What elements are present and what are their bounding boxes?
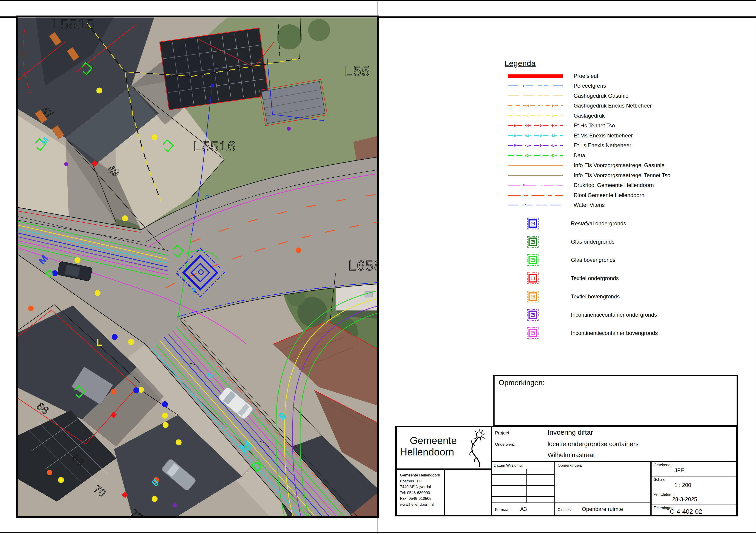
titleblock-divider [650,504,736,505]
print-date-value: 28-3-2025 [672,496,697,502]
titleblock-divider [554,461,555,515]
legend-title: Legenda [505,59,740,68]
page-top-border [0,0,756,1]
legend-symbol-item: Restafval ondergronds [505,215,740,233]
legend-line-item: 'D'DData [505,150,740,161]
orange-point-marker [111,389,116,394]
svg-text:D: D [552,153,555,157]
address-line: Gemeente Hellendoorn [400,472,440,478]
parcel-label: L5516 [194,138,236,154]
drawn-by-value: JFE [674,467,684,474]
legend-line-sample [508,73,563,79]
remarks-box: Opmerkingen: [494,375,738,426]
legend-symbol-item: Textiel bovengronds [505,288,740,306]
legend-line-sample: 9H9H [508,122,563,129]
container-symbol-icon [526,254,539,266]
svg-text:9: 9 [514,134,516,138]
legend-symbol-label: Restafval ondergronds [571,220,626,227]
remarks-cell-label: Opmerkingen: [558,463,582,468]
svg-text:P: P [523,84,526,88]
legend-symbol-item: Glas ondergronds [505,233,740,251]
titleblock-divider [650,476,736,476]
yellow-point-marker [96,88,102,93]
legend: Legenda ProefsleufP'Perceelgrens''Gashog… [505,59,740,342]
legend-line-sample: 'H'H [508,103,563,109]
titleblock-divider [444,470,445,515]
project-value: Invoering diftar [548,428,593,436]
project-label: Project: [495,430,511,436]
subject-value-line2: Wilhelminastraat [548,451,595,459]
container-symbol-icon [526,217,539,230]
container-symbol-icon [526,291,539,303]
organization-address: Gemeente HellendoornPostbus 2007440 AE N… [400,472,440,507]
legend-line-item: ''Gashogedruk Gasunie [505,91,740,101]
table-line [492,485,554,486]
yellow-point-marker [162,413,168,419]
table-line [492,474,554,475]
legend-line-label: Info Eis Voorzorgsmaatregel Tennet Tso [574,172,670,179]
container-symbol-icon [526,272,539,285]
legend-line-label: Gaslagedruk [574,113,605,119]
legend-line-label: Et Ms Enexis Netbeheer [574,132,633,139]
drawn-by-label: Getekend: [654,463,671,467]
yellow-point-marker [74,257,80,263]
svg-text:': ' [543,84,544,88]
purple-point-marker [173,503,177,507]
svg-text:H: H [526,123,529,127]
legend-line-sample: 9M9M [508,132,563,139]
svg-text:9: 9 [540,143,542,147]
svg-text:': ' [514,104,515,108]
tree [308,19,330,41]
legend-symbol-item: Textiel ondergronds [505,269,740,288]
yellow-point-marker [176,440,182,445]
svg-text:': ' [541,203,542,207]
page-bottom-border [0,532,756,533]
table-line [526,469,526,502]
legend-line-sample: 'L'L [508,113,563,119]
orange-point-marker [296,247,301,253]
legend-symbol-label: Glas ondergronds [571,239,614,245]
subject-value-line1: locatie ondergrondse containers [548,441,638,448]
titleblock-divider [554,502,650,503]
svg-text:M: M [552,134,555,138]
legend-line-sample: 'D'D [508,152,563,159]
legend-line-label: Riool Gemeente Hellendoorn [574,192,644,198]
svg-text:H: H [552,123,555,127]
legend-line-item: 9L9LEt Ls Enexis Netbeheer [505,140,740,151]
svg-text:L: L [526,114,528,117]
legend-symbol-label: Glas bovengronds [571,257,615,263]
svg-text:': ' [540,104,541,108]
svg-text:,: , [543,183,544,187]
table-line [492,480,554,480]
address-line: Postbus 200 [400,478,440,484]
legend-symbol-item: Incontinentiecontainer bovengronds [505,324,740,342]
table-line [492,496,554,497]
cluster-label: Cluster: [558,508,571,512]
svg-text:9: 9 [514,143,516,147]
utility-letter-label: L [96,338,102,347]
orange-point-marker [28,306,34,311]
legend-line-items: ProefsleufP'Perceelgrens''Gashogedruk Ga… [505,71,740,210]
title-block: Gemeente Hellendoorn Gemeente Hellendoor… [395,426,738,517]
organization-name: Gemeente Hellendoorn [400,435,467,458]
orange-point-marker [47,470,52,475]
utility-letter-label: ? [205,193,209,201]
yellow-point-marker [163,422,169,428]
legend-line-label: Data [574,152,585,159]
legend-line-item: ''Water Vitens [505,200,740,210]
water-marker [211,84,214,88]
address-line: Tel: 0548-630000 [400,490,440,496]
legend-line-item: P,Drukriool Gemeente Hellendoorn [505,180,740,191]
gecko-logo [465,428,489,467]
svg-text:': ' [540,114,541,117]
legend-line-label: Drukriool Gemeente Hellendoorn [574,182,654,188]
svg-text:9: 9 [540,123,542,127]
address-line: www.hellendoorn.nl [400,501,440,508]
legend-line-item: Info Eis Voorzorgsmaatregel Gasunie [505,161,740,170]
svg-text:D: D [526,153,529,157]
legend-line-item: 9H9HEt Hs Tennet Tso [505,121,740,131]
legend-line-sample [508,172,563,179]
yellow-point-marker [152,134,158,140]
svg-text:': ' [514,153,515,157]
table-line [492,491,554,491]
